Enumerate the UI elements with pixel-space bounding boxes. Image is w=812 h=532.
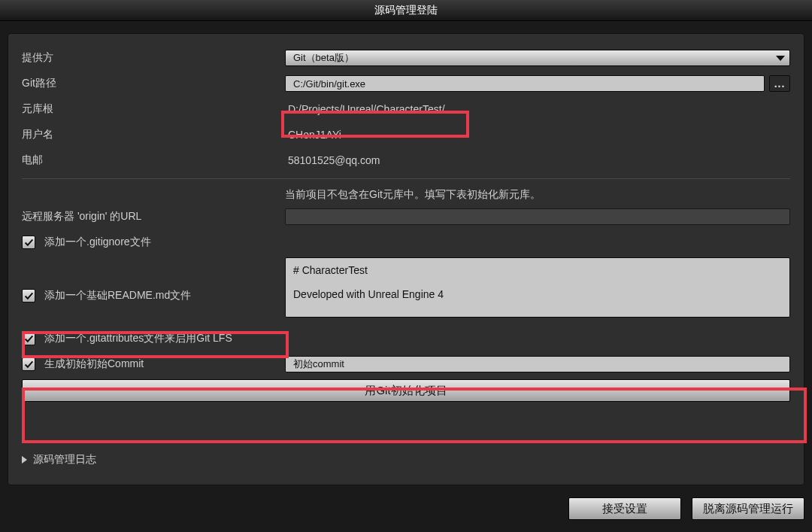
accept-button[interactable]: 接受设置: [568, 497, 681, 520]
readme-label: 添加一个基础README.md文件: [44, 289, 191, 302]
readme-row: 添加一个基础README.md文件: [22, 257, 790, 318]
repo-root-label: 元库根: [22, 102, 285, 116]
email-label: 电邮: [22, 154, 285, 167]
source-control-log-expander[interactable]: 源码管理日志: [22, 453, 96, 467]
log-label: 源码管理日志: [33, 453, 96, 467]
check-icon: [24, 360, 34, 369]
git-path-input[interactable]: [285, 75, 765, 92]
window-title: 源码管理登陆: [374, 4, 438, 17]
check-icon: [24, 238, 34, 248]
chevron-down-icon: [776, 56, 785, 61]
username-value: CHenJ1AYi: [285, 129, 341, 141]
origin-url-label: 远程服务器 'origin' 的URL: [22, 210, 285, 223]
username-label: 用户名: [22, 128, 285, 141]
check-icon: [24, 334, 34, 344]
main-panel: 提供方 Git（beta版） Git路径 ... 元库根 D:/Projects…: [8, 33, 804, 485]
email-value: 58101525@qq.com: [285, 154, 380, 166]
git-path-row: Git路径 ...: [22, 73, 790, 94]
provider-dropdown[interactable]: Git（beta版）: [285, 50, 790, 66]
initial-commit-checkbox[interactable]: [22, 357, 35, 371]
initialize-git-button[interactable]: 用Git初始化项目: [22, 379, 790, 402]
gitignore-label: 添加一个.gitignore文件: [44, 236, 151, 249]
gitattributes-label: 添加一个.gitattributes文件来启用Git LFS: [44, 332, 232, 345]
check-icon: [24, 291, 34, 301]
expand-right-icon: [22, 456, 27, 464]
initial-commit-input[interactable]: [285, 356, 790, 372]
divider: [22, 178, 790, 179]
repo-root-row: 元库根 D:/Projects/Unreal/CharacterTest/: [22, 99, 790, 120]
run-without-button[interactable]: 脱离源码管理运行: [692, 497, 804, 520]
provider-label: 提供方: [22, 51, 285, 65]
gitattributes-checkbox[interactable]: [22, 332, 35, 345]
initial-commit-row: 生成初始初始Commit: [22, 354, 790, 375]
origin-url-row: 远程服务器 'origin' 的URL: [22, 206, 790, 227]
gitattributes-row: 添加一个.gitattributes文件来启用Git LFS: [22, 328, 790, 349]
gitignore-row: 添加一个.gitignore文件: [22, 232, 790, 253]
email-row: 电邮 58101525@qq.com: [22, 150, 790, 171]
initial-commit-label: 生成初始初始Commit: [44, 357, 144, 371]
username-row: 用户名 CHenJ1AYi: [22, 124, 790, 145]
browse-git-path-button[interactable]: ...: [769, 75, 790, 92]
git-path-label: Git路径: [22, 77, 285, 90]
provider-selected: Git（beta版）: [293, 51, 354, 65]
title-bar: 源码管理登陆: [0, 0, 812, 21]
repo-root-value: D:/Projects/Unreal/CharacterTest/: [285, 103, 445, 115]
readme-checkbox[interactable]: [22, 289, 35, 302]
readme-textarea[interactable]: [285, 257, 790, 318]
provider-row: 提供方 Git（beta版）: [22, 47, 790, 68]
gitignore-checkbox[interactable]: [22, 236, 35, 249]
status-text: 当前项目不包含在Git元库中。填写下表初始化新元库。: [285, 188, 790, 202]
source-control-login-window: 源码管理登陆 提供方 Git（beta版） Git路径 ... 元库根 D:/P…: [0, 0, 812, 532]
footer: 接受设置 脱离源码管理运行: [0, 493, 812, 532]
origin-url-input[interactable]: [285, 208, 790, 225]
